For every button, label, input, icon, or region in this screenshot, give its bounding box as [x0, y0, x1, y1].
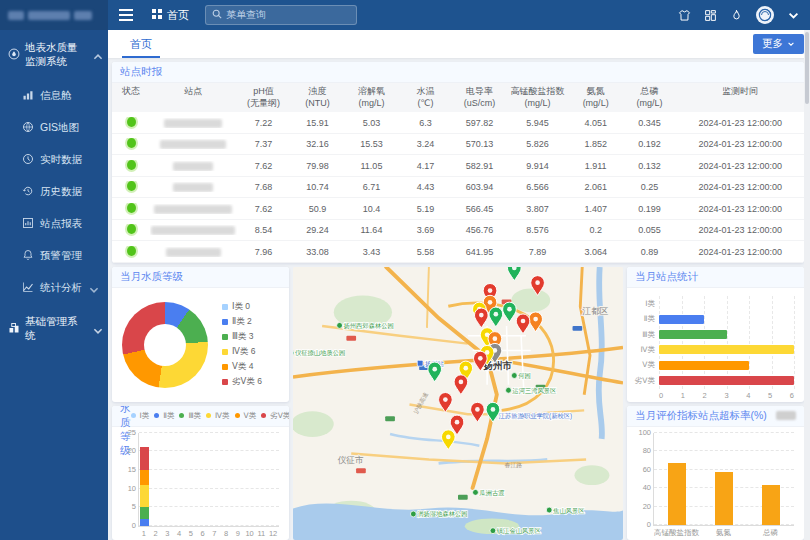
history-icon	[22, 185, 34, 199]
status-dot	[127, 160, 136, 170]
fullscreen-layout-icon[interactable]	[704, 9, 717, 22]
legend-item[interactable]: Ⅰ类 0	[222, 301, 262, 313]
topbar-actions	[678, 6, 800, 24]
menu-search-input[interactable]: 菜单查询	[205, 5, 357, 25]
table-row[interactable]: 8.5429.2411.643.69456.768.5760.20.055202…	[112, 220, 804, 242]
month-station-stats-panel: 当月站点统计 Ⅰ类Ⅱ类Ⅲ类Ⅳ类Ⅴ类劣Ⅴ类0123456	[627, 267, 804, 402]
sidebar-item-report[interactable]: 站点报表	[0, 208, 108, 240]
exceed-rate-panel: 当月评价指标站点超标率(%) 020406080100高锰酸盐指数氨氮总磷	[627, 406, 804, 540]
sidebar: 地表水质量监测系统 信息舱GIS地图实时数据历史数据站点报表预警管理统计分析基础…	[0, 0, 108, 540]
status-dot	[127, 246, 136, 256]
sidebar-item-stats[interactable]: 统计分析	[0, 272, 108, 304]
panel-title-year-grade: 全年水质等级Ⅰ类Ⅱ类Ⅲ类Ⅳ类Ⅴ类劣Ⅴ类	[112, 406, 289, 427]
map-label: 扬州西郊森林公园	[343, 322, 393, 330]
sidebar-item-alert[interactable]: 预警管理	[0, 240, 108, 272]
panel-title-month-grade: 当月水质等级	[112, 267, 289, 288]
sidebar-item-label: GIS地图	[40, 121, 79, 135]
sidebar-item-label: 基础管理系统	[25, 315, 87, 343]
theme-shirt-icon[interactable]	[678, 9, 691, 22]
bar-氨氮[interactable]	[715, 472, 733, 525]
sidebar-item-history[interactable]: 历史数据	[0, 176, 108, 208]
stacked-bar-month-1[interactable]	[140, 433, 149, 527]
bar-Ⅴ类[interactable]	[659, 361, 749, 370]
sidebar-item-dashboard[interactable]: 信息舱	[0, 80, 108, 112]
app-logo	[0, 0, 108, 30]
topbar: 首页 菜单查询	[108, 0, 810, 30]
stats-icon	[22, 281, 34, 295]
flame-icon[interactable]	[730, 9, 743, 22]
donut-legend: Ⅰ类 0Ⅱ类 2Ⅲ类 3Ⅳ类 6Ⅴ类 4劣Ⅴ类 6	[222, 301, 262, 388]
status-dot	[127, 117, 136, 127]
map-label: 瓜洲古渡	[479, 489, 504, 497]
chevron-up-icon	[92, 51, 100, 59]
base-icon	[8, 322, 20, 336]
map-label: 春江路	[505, 462, 523, 469]
sidebar-item-label: 预警管理	[40, 249, 82, 263]
bar-Ⅳ类[interactable]	[659, 345, 794, 354]
sidebar-system-header[interactable]: 地表水质量监测系统	[0, 30, 108, 80]
grid-icon	[152, 9, 162, 21]
map-label: 仪征市	[337, 455, 364, 465]
tab-home[interactable]: 首页	[120, 31, 162, 58]
bar-高锰酸盐指数[interactable]	[668, 463, 686, 525]
breadcrumb-label: 首页	[167, 8, 189, 23]
scrollbar-thumb[interactable]	[805, 32, 809, 104]
status-dot	[127, 181, 136, 191]
table-row[interactable]: 7.2215.915.036.3597.825.9454.0510.345202…	[112, 112, 804, 134]
chevron-down-icon	[787, 38, 795, 50]
bar-Ⅱ类[interactable]	[659, 315, 704, 324]
sidebar-nav: 信息舱GIS地图实时数据历史数据站点报表预警管理统计分析基础管理系统	[0, 80, 108, 354]
user-avatar[interactable]	[756, 6, 774, 24]
panel-title-exceed-rate: 当月评价指标站点超标率(%)	[627, 406, 804, 427]
sidebar-item-base-system[interactable]: 基础管理系统	[0, 304, 108, 354]
table-row[interactable]: 7.9633.083.435.58641.957.893.0640.892024…	[112, 241, 804, 263]
map-label: 江都区	[582, 306, 608, 316]
city-map[interactable]: 江都区仪征市扬州市扬州西郊森林公园仪征捺山地质公园扬州站何园运河三湾风景区江苏旅…	[293, 267, 623, 540]
sidebar-item-label: 统计分析	[40, 281, 82, 295]
search-icon	[212, 9, 222, 21]
dashboard-content: 站点时报 状态站点pH值(无量纲)浊度(NTU)溶解氧(mg/L)水温(℃)电导…	[108, 58, 810, 540]
app-root: 地表水质量监测系统 信息舱GIS地图实时数据历史数据站点报表预警管理统计分析基础…	[0, 0, 810, 540]
search-placeholder: 菜单查询	[226, 8, 266, 22]
table-row[interactable]: 7.6279.9811.054.17582.919.9141.9110.1322…	[112, 155, 804, 177]
more-button[interactable]: 更多	[753, 34, 804, 54]
sidebar-item-label: 历史数据	[40, 185, 82, 199]
station-name-redacted	[154, 205, 232, 214]
panel-title-station-stats: 当月站点统计	[627, 267, 804, 288]
legend-item[interactable]: Ⅴ类 4	[222, 361, 262, 373]
map-label: 仪征捺山地质公园	[295, 349, 345, 357]
table-row[interactable]: 7.3732.1615.533.24570.135.8261.8520.1922…	[112, 134, 804, 156]
bar-Ⅲ类[interactable]	[659, 330, 727, 339]
bar-总磷[interactable]	[762, 485, 780, 525]
chevron-down-icon[interactable]	[787, 9, 800, 22]
table-row[interactable]: 7.6810.746.714.43603.946.5662.0610.25202…	[112, 177, 804, 199]
map-label: 运河三湾风景区	[512, 387, 557, 395]
menu-toggle-icon[interactable]	[118, 8, 134, 22]
status-dot	[127, 224, 136, 234]
legend-item[interactable]: 劣Ⅴ类 6	[222, 376, 262, 388]
table-row[interactable]: 7.6250.910.45.19566.453.8071.4070.199202…	[112, 198, 804, 220]
tab-bar: 首页 更多	[108, 30, 810, 58]
status-dot	[127, 138, 136, 148]
main-area: 首页 更多 站点时报 状态站点pH值(无量纲)浊度(NTU)溶解氧(mg/L)水…	[108, 30, 810, 540]
legend-item[interactable]: Ⅲ类 3	[222, 331, 262, 343]
water-system-icon	[8, 48, 20, 62]
stacked-bar-chart: 0510152025123456789101112	[112, 427, 289, 540]
station-report-panel: 站点时报 状态站点pH值(无量纲)浊度(NTU)溶解氧(mg/L)水温(℃)电导…	[112, 62, 804, 263]
sidebar-item-label: 站点报表	[40, 217, 82, 231]
sidebar-item-globe[interactable]: GIS地图	[0, 112, 108, 144]
clock-icon	[22, 153, 34, 167]
breadcrumb[interactable]: 首页	[152, 8, 189, 23]
table-header: 状态站点pH值(无量纲)浊度(NTU)溶解氧(mg/L)水温(℃)电导率(uS/…	[112, 83, 804, 112]
alert-icon	[22, 249, 34, 263]
bar-劣Ⅴ类[interactable]	[659, 376, 794, 385]
panel-title-station-report: 站点时报	[112, 62, 804, 83]
sidebar-item-clock[interactable]: 实时数据	[0, 144, 108, 176]
legend-item[interactable]: Ⅳ类 6	[222, 346, 262, 358]
sidebar-item-label: 实时数据	[40, 153, 82, 167]
station-name-redacted	[173, 162, 213, 171]
year-grade-panel: 全年水质等级Ⅰ类Ⅱ类Ⅲ类Ⅳ类Ⅴ类劣Ⅴ类 05101520251234567891…	[112, 406, 289, 540]
legend-item[interactable]: Ⅱ类 2	[222, 316, 262, 328]
page-scrollbar[interactable]	[804, 30, 810, 540]
dashboard-icon	[22, 89, 34, 103]
